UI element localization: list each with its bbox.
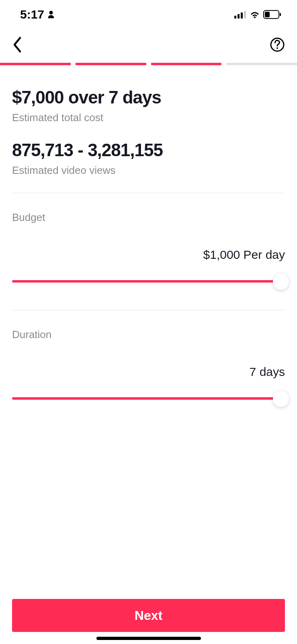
footer: Next: [12, 599, 285, 632]
duration-slider-thumb[interactable]: [273, 391, 289, 407]
duration-slider[interactable]: [12, 391, 285, 407]
svg-rect-4: [244, 11, 246, 19]
home-indicator[interactable]: [96, 637, 201, 640]
svg-rect-3: [241, 12, 243, 19]
budget-slider-track: [12, 280, 285, 283]
progress-segment-2: [76, 63, 146, 65]
status-icons: [234, 10, 281, 19]
chevron-left-icon: [12, 36, 23, 53]
progress-segment-1: [0, 63, 71, 65]
progress-segment-4: [226, 63, 297, 65]
views-label: Estimated video views: [12, 164, 285, 177]
svg-point-0: [49, 11, 53, 14]
duration-slider-track: [12, 397, 285, 400]
svg-rect-2: [238, 14, 240, 19]
cellular-icon: [234, 10, 246, 19]
person-icon: [47, 10, 55, 19]
progress-segment-3: [151, 63, 222, 65]
help-button[interactable]: [270, 37, 285, 54]
back-button[interactable]: [12, 36, 23, 55]
status-time-group: 5:17: [20, 8, 55, 21]
status-time: 5:17: [20, 8, 44, 21]
status-bar: 5:17: [0, 0, 297, 24]
svg-rect-1: [234, 16, 236, 19]
budget-slider-thumb[interactable]: [273, 274, 289, 290]
budget-section: Budget $1,000 Per day: [12, 193, 285, 290]
nav-bar: [0, 24, 297, 63]
svg-point-5: [254, 17, 256, 18]
cost-label: Estimated total cost: [12, 111, 285, 124]
svg-rect-8: [280, 13, 281, 16]
svg-rect-7: [265, 12, 270, 17]
battery-icon: [263, 10, 281, 19]
views-headline: 875,713 - 3,281,155: [12, 140, 285, 160]
svg-point-10: [277, 47, 278, 49]
budget-label: Budget: [12, 211, 285, 224]
duration-section: Duration 7 days: [12, 310, 285, 407]
wifi-icon: [250, 10, 260, 19]
duration-value: 7 days: [12, 365, 285, 379]
cost-headline: $7,000 over 7 days: [12, 87, 285, 107]
budget-slider[interactable]: [12, 274, 285, 290]
duration-label: Duration: [12, 328, 285, 341]
next-button[interactable]: Next: [12, 599, 285, 632]
question-circle-icon: [270, 37, 285, 52]
budget-value: $1,000 Per day: [12, 248, 285, 262]
main-content: $7,000 over 7 days Estimated total cost …: [0, 65, 297, 407]
